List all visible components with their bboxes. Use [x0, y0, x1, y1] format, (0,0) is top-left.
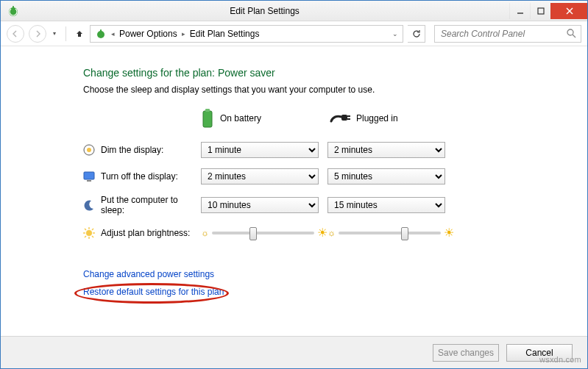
column-headers: On battery Plugged in: [83, 108, 562, 129]
breadcrumb-power-options[interactable]: Power Options: [119, 29, 177, 39]
page-subtitle: Choose the sleep and display settings th…: [83, 85, 562, 95]
brightness-battery-slider[interactable]: [212, 232, 314, 234]
navigation-bar: ▾ ◂ Power Options ▸ Edit Plan Settings ⌄: [1, 21, 587, 46]
battery-column-header: On battery: [201, 108, 330, 129]
sleep-plugged-select[interactable]: 15 minutes: [327, 197, 445, 213]
svg-rect-3: [538, 8, 544, 14]
sleep-label: Put the computer to sleep:: [101, 195, 201, 215]
svg-line-25: [85, 229, 86, 230]
sun-large-icon: ☀: [317, 226, 327, 240]
nav-separator: [65, 26, 66, 41]
maximize-button[interactable]: [530, 3, 550, 19]
battery-icon: [201, 108, 214, 129]
sleep-battery-select[interactable]: 10 minutes: [201, 197, 319, 213]
monitor-icon: [83, 171, 95, 182]
breadcrumb-edit-plan[interactable]: Edit Plan Settings: [190, 29, 260, 39]
page-heading: Change settings for the plan: Power save…: [83, 67, 562, 79]
turn-off-display-row: Turn off the display: 2 minutes 5 minute…: [83, 168, 562, 184]
svg-point-20: [86, 230, 92, 236]
dim-battery-select[interactable]: 1 minute: [201, 142, 319, 158]
svg-rect-7: [100, 29, 102, 33]
forward-button[interactable]: [29, 25, 46, 43]
sun-small-icon: ☼: [201, 228, 209, 238]
svg-line-27: [92, 229, 93, 230]
dim-label: Dim the display:: [101, 145, 163, 155]
cancel-button[interactable]: Cancel: [506, 344, 573, 362]
search-input[interactable]: [439, 28, 567, 40]
svg-point-8: [567, 29, 573, 35]
dim-plugged-select[interactable]: 2 minutes: [327, 142, 445, 158]
svg-rect-19: [87, 180, 91, 182]
advanced-settings-link[interactable]: Change advanced power settings: [83, 269, 562, 279]
svg-line-26: [92, 236, 93, 237]
brightness-icon: [83, 227, 95, 239]
history-dropdown[interactable]: ▾: [51, 30, 58, 37]
svg-rect-13: [341, 115, 347, 121]
svg-line-9: [573, 35, 575, 37]
dim-display-row: Dim the display: 1 minute 2 minutes: [83, 142, 562, 158]
turnoff-battery-select[interactable]: 2 minutes: [201, 168, 319, 184]
up-button[interactable]: [74, 29, 85, 38]
window-title: Edit Plan Settings: [20, 6, 509, 16]
brightness-plugged-slider[interactable]: [339, 232, 441, 234]
breadcrumb-dropdown[interactable]: ⌄: [392, 30, 398, 37]
power-options-appicon: [7, 4, 20, 18]
svg-rect-18: [84, 172, 94, 179]
back-button[interactable]: [7, 25, 24, 43]
content-area: Change settings for the plan: Power save…: [1, 46, 587, 297]
search-icon: [567, 29, 576, 38]
window-buttons: [509, 3, 587, 19]
plug-icon: [330, 112, 350, 124]
moon-icon: [83, 199, 95, 211]
address-breadcrumb[interactable]: ◂ Power Options ▸ Edit Plan Settings ⌄: [90, 25, 403, 43]
svg-rect-1: [13, 6, 14, 10]
restore-defaults-link[interactable]: Restore default settings for this plan: [83, 287, 562, 297]
battery-column-label: On battery: [220, 113, 261, 123]
turnoff-plugged-select[interactable]: 5 minutes: [327, 168, 445, 184]
sun-small-icon: ☼: [327, 228, 336, 238]
close-button[interactable]: [550, 3, 587, 19]
dim-icon: [83, 144, 95, 156]
svg-line-28: [85, 236, 86, 237]
title-bar: Edit Plan Settings: [1, 1, 587, 21]
plugged-column-header: Plugged in: [330, 108, 458, 129]
breadcrumb-icon: [95, 28, 107, 40]
minimize-button[interactable]: [509, 3, 530, 19]
brightness-row: Adjust plan brightness: ☼ ☀ ☼ ☀: [83, 226, 562, 240]
sleep-row: Put the computer to sleep: 10 minutes 15…: [83, 195, 562, 215]
turn-off-label: Turn off the display:: [101, 171, 178, 182]
breadcrumb-sep: ◂: [111, 30, 115, 37]
save-button[interactable]: Save changes: [433, 344, 499, 362]
plugged-column-label: Plugged in: [356, 113, 398, 123]
sun-large-icon: ☀: [444, 226, 454, 240]
breadcrumb-sep: ▸: [182, 30, 185, 37]
footer-bar: Save changes Cancel: [1, 336, 587, 368]
svg-point-17: [87, 148, 91, 152]
brightness-label: Adjust plan brightness:: [101, 228, 190, 238]
refresh-button[interactable]: [408, 25, 425, 43]
svg-rect-11: [205, 109, 210, 112]
svg-rect-10: [203, 111, 212, 127]
search-box[interactable]: [434, 25, 581, 43]
